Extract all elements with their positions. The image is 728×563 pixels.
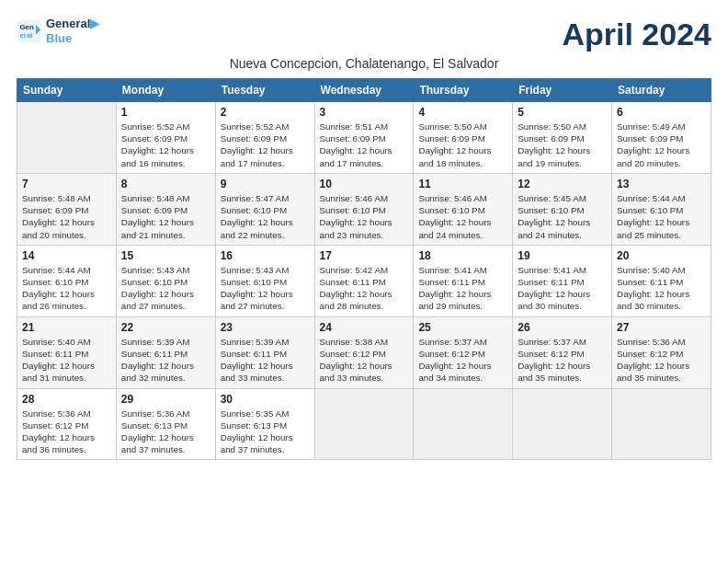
day-number: 29 <box>121 393 210 406</box>
day-number: 1 <box>121 106 210 119</box>
day-number: 18 <box>418 249 507 262</box>
day-number: 9 <box>221 178 310 190</box>
day-info: Sunrise: 5:48 AM Sunset: 6:09 PM Dayligh… <box>121 192 210 241</box>
day-number: 15 <box>121 249 210 262</box>
calendar-cell: 7Sunrise: 5:48 AM Sunset: 6:09 PM Daylig… <box>17 173 117 245</box>
weekday-header: Monday <box>116 79 215 102</box>
day-info: Sunrise: 5:52 AM Sunset: 6:09 PM Dayligh… <box>221 121 310 169</box>
day-number: 24 <box>320 321 409 334</box>
day-info: Sunrise: 5:40 AM Sunset: 6:11 PM Dayligh… <box>617 264 706 313</box>
calendar-cell: 29Sunrise: 5:36 AM Sunset: 6:13 PM Dayli… <box>116 388 215 460</box>
day-number: 4 <box>418 106 507 119</box>
day-info: Sunrise: 5:39 AM Sunset: 6:11 PM Dayligh… <box>221 336 310 385</box>
calendar-cell: 28Sunrise: 5:36 AM Sunset: 6:12 PM Dayli… <box>17 388 117 460</box>
weekday-header: Friday <box>513 79 612 102</box>
day-info: Sunrise: 5:46 AM Sunset: 6:10 PM Dayligh… <box>418 192 507 241</box>
day-info: Sunrise: 5:35 AM Sunset: 6:13 PM Dayligh… <box>221 408 310 456</box>
day-number: 23 <box>221 321 310 334</box>
month-title: April 2024 <box>562 17 711 52</box>
day-number: 2 <box>221 106 310 119</box>
weekday-header: Thursday <box>414 79 513 102</box>
calendar-cell: 16Sunrise: 5:43 AM Sunset: 6:10 PM Dayli… <box>215 245 314 316</box>
logo: Gen eral General▶ Blue <box>17 17 99 45</box>
weekday-header: Tuesday <box>215 79 314 102</box>
day-number: 6 <box>617 106 706 119</box>
day-info: Sunrise: 5:41 AM Sunset: 6:11 PM Dayligh… <box>518 264 607 313</box>
logo-icon: Gen eral <box>17 18 42 44</box>
calendar-cell: 12Sunrise: 5:45 AM Sunset: 6:10 PM Dayli… <box>513 173 612 245</box>
calendar-cell: 24Sunrise: 5:38 AM Sunset: 6:12 PM Dayli… <box>314 316 414 388</box>
calendar-cell: 2Sunrise: 5:52 AM Sunset: 6:09 PM Daylig… <box>215 102 314 174</box>
day-number: 7 <box>22 178 111 190</box>
day-number: 25 <box>418 321 507 334</box>
day-number: 10 <box>320 178 409 190</box>
svg-text:Gen: Gen <box>20 23 34 31</box>
day-info: Sunrise: 5:43 AM Sunset: 6:10 PM Dayligh… <box>221 264 310 313</box>
calendar-cell: 1Sunrise: 5:52 AM Sunset: 6:09 PM Daylig… <box>116 102 215 174</box>
calendar-cell: 19Sunrise: 5:41 AM Sunset: 6:11 PM Dayli… <box>513 245 612 316</box>
calendar-cell: 8Sunrise: 5:48 AM Sunset: 6:09 PM Daylig… <box>116 173 215 245</box>
calendar-cell: 25Sunrise: 5:37 AM Sunset: 6:12 PM Dayli… <box>414 316 513 388</box>
calendar-cell: 27Sunrise: 5:36 AM Sunset: 6:12 PM Dayli… <box>612 316 711 388</box>
day-number: 21 <box>22 321 111 334</box>
day-number: 5 <box>518 106 607 119</box>
day-info: Sunrise: 5:44 AM Sunset: 6:10 PM Dayligh… <box>617 192 706 241</box>
calendar-cell: 10Sunrise: 5:46 AM Sunset: 6:10 PM Dayli… <box>314 173 414 245</box>
calendar-cell <box>414 388 513 460</box>
calendar-cell: 21Sunrise: 5:40 AM Sunset: 6:11 PM Dayli… <box>17 316 117 388</box>
calendar-cell <box>17 102 117 174</box>
day-number: 26 <box>518 321 607 334</box>
calendar-cell: 23Sunrise: 5:39 AM Sunset: 6:11 PM Dayli… <box>215 316 314 388</box>
day-info: Sunrise: 5:50 AM Sunset: 6:09 PM Dayligh… <box>418 121 507 169</box>
location-subtitle: Nueva Concepcion, Chalatenango, El Salva… <box>17 56 711 71</box>
day-info: Sunrise: 5:36 AM Sunset: 6:12 PM Dayligh… <box>22 408 111 456</box>
day-number: 27 <box>617 321 706 334</box>
day-info: Sunrise: 5:44 AM Sunset: 6:10 PM Dayligh… <box>22 264 111 313</box>
day-info: Sunrise: 5:37 AM Sunset: 6:12 PM Dayligh… <box>418 336 507 385</box>
svg-text:eral: eral <box>20 31 33 40</box>
calendar-cell: 4Sunrise: 5:50 AM Sunset: 6:09 PM Daylig… <box>414 102 513 174</box>
day-info: Sunrise: 5:52 AM Sunset: 6:09 PM Dayligh… <box>121 121 210 169</box>
calendar-cell: 22Sunrise: 5:39 AM Sunset: 6:11 PM Dayli… <box>116 316 215 388</box>
calendar-cell <box>314 388 414 460</box>
day-info: Sunrise: 5:46 AM Sunset: 6:10 PM Dayligh… <box>320 192 409 241</box>
calendar-cell: 11Sunrise: 5:46 AM Sunset: 6:10 PM Dayli… <box>414 173 513 245</box>
calendar-cell: 13Sunrise: 5:44 AM Sunset: 6:10 PM Dayli… <box>612 173 711 245</box>
day-info: Sunrise: 5:37 AM Sunset: 6:12 PM Dayligh… <box>518 336 607 385</box>
day-number: 19 <box>518 249 607 262</box>
calendar-cell: 20Sunrise: 5:40 AM Sunset: 6:11 PM Dayli… <box>612 245 711 316</box>
calendar-cell <box>513 388 612 460</box>
day-info: Sunrise: 5:39 AM Sunset: 6:11 PM Dayligh… <box>121 336 210 385</box>
logo-text: General▶ Blue <box>46 17 99 45</box>
day-number: 13 <box>617 178 706 190</box>
calendar-cell: 17Sunrise: 5:42 AM Sunset: 6:11 PM Dayli… <box>314 245 414 316</box>
day-number: 20 <box>617 249 706 262</box>
calendar-cell: 26Sunrise: 5:37 AM Sunset: 6:12 PM Dayli… <box>513 316 612 388</box>
calendar-cell: 30Sunrise: 5:35 AM Sunset: 6:13 PM Dayli… <box>215 388 314 460</box>
day-number: 14 <box>22 249 111 262</box>
day-info: Sunrise: 5:42 AM Sunset: 6:11 PM Dayligh… <box>320 264 409 313</box>
day-info: Sunrise: 5:45 AM Sunset: 6:10 PM Dayligh… <box>518 192 607 241</box>
calendar-cell: 5Sunrise: 5:50 AM Sunset: 6:09 PM Daylig… <box>513 102 612 174</box>
day-info: Sunrise: 5:49 AM Sunset: 6:09 PM Dayligh… <box>617 121 706 169</box>
calendar-cell <box>612 388 711 460</box>
day-number: 30 <box>221 393 310 406</box>
day-info: Sunrise: 5:38 AM Sunset: 6:12 PM Dayligh… <box>320 336 409 385</box>
calendar-cell: 3Sunrise: 5:51 AM Sunset: 6:09 PM Daylig… <box>314 102 414 174</box>
day-info: Sunrise: 5:51 AM Sunset: 6:09 PM Dayligh… <box>320 121 409 169</box>
weekday-header: Wednesday <box>314 79 414 102</box>
calendar-cell: 14Sunrise: 5:44 AM Sunset: 6:10 PM Dayli… <box>17 245 117 316</box>
day-number: 11 <box>418 178 507 190</box>
day-number: 3 <box>320 106 409 119</box>
day-number: 16 <box>221 249 310 262</box>
day-info: Sunrise: 5:50 AM Sunset: 6:09 PM Dayligh… <box>518 121 607 169</box>
calendar-cell: 6Sunrise: 5:49 AM Sunset: 6:09 PM Daylig… <box>612 102 711 174</box>
day-info: Sunrise: 5:43 AM Sunset: 6:10 PM Dayligh… <box>121 264 210 313</box>
day-number: 28 <box>22 393 111 406</box>
calendar-table: SundayMondayTuesdayWednesdayThursdayFrid… <box>17 78 711 460</box>
day-info: Sunrise: 5:48 AM Sunset: 6:09 PM Dayligh… <box>22 192 111 241</box>
page-header: Gen eral General▶ Blue April 2024 <box>17 17 711 52</box>
day-info: Sunrise: 5:40 AM Sunset: 6:11 PM Dayligh… <box>22 336 111 385</box>
day-info: Sunrise: 5:41 AM Sunset: 6:11 PM Dayligh… <box>418 264 507 313</box>
weekday-header: Saturday <box>612 79 711 102</box>
